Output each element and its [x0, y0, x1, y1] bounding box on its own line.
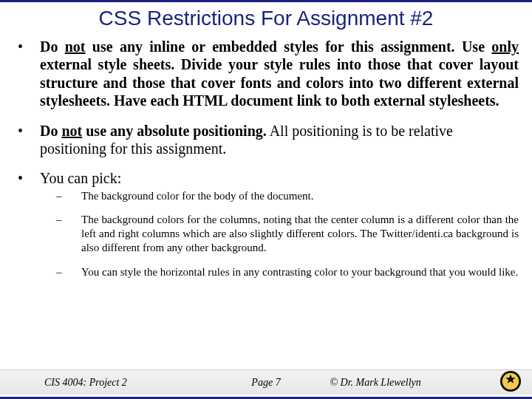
slide-title: CSS Restrictions For Assignment #2	[0, 7, 532, 30]
bullet-underline: not	[61, 123, 82, 139]
bullet-underline: not	[65, 38, 86, 55]
bullet-text: use any absolute positioning.	[82, 123, 267, 139]
bullet-text: Do	[40, 38, 65, 55]
bullet-item: Do not use any inline or embedded styles…	[13, 38, 519, 110]
bullet-bold-run: Do not use any absolute positioning.	[40, 123, 267, 139]
sub-item: The background color for the body of the…	[40, 189, 519, 203]
sub-list: The background color for the body of the…	[40, 189, 519, 279]
bullet-text: use any inline or embedded styles for th…	[86, 38, 492, 55]
footer-author: © Dr. Mark Llewellyn	[330, 377, 479, 389]
bullet-text: You can pick:	[40, 170, 121, 186]
bullet-bold-run: Do not use any inline or embedded styles…	[40, 38, 519, 109]
bullet-underline: only	[491, 38, 519, 55]
bullet-item: Do not use any absolute positioning. All…	[13, 122, 519, 158]
ucf-logo-icon	[499, 370, 522, 392]
slide-content: Do not use any inline or embedded styles…	[0, 38, 532, 279]
bullet-text: external style sheets. Divide your style…	[40, 56, 519, 109]
sub-item: The background colors for the columns, n…	[40, 213, 519, 254]
bullet-item: You can pick: The background color for t…	[13, 169, 519, 279]
sub-item: You can style the horizontal rules in an…	[40, 265, 519, 279]
bullet-text: Do	[40, 123, 61, 139]
slide-footer: CIS 4004: Project 2 Page 7 © Dr. Mark Ll…	[0, 369, 532, 395]
bullet-list: Do not use any inline or embedded styles…	[13, 38, 519, 279]
footer-course: CIS 4004: Project 2	[0, 377, 202, 389]
slide: CSS Restrictions For Assignment #2 Do no…	[0, 0, 532, 399]
footer-page: Page 7	[202, 377, 330, 389]
